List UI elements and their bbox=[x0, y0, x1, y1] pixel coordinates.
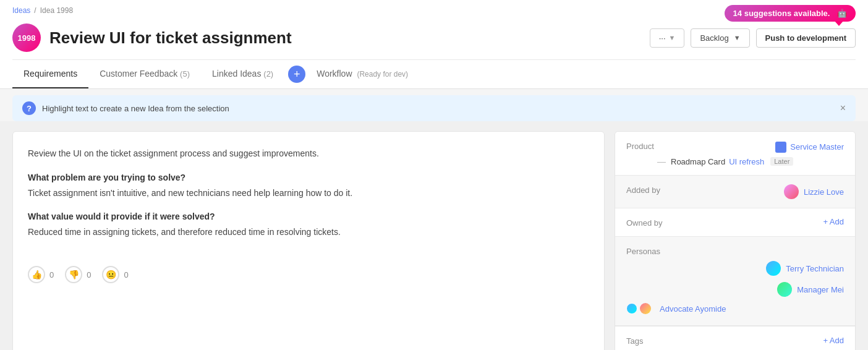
product-section: Product Service Master — Roadmap Card UI… bbox=[615, 132, 855, 176]
vote-neutral-count: 0 bbox=[124, 270, 128, 280]
thumbs-down-icon: 👎 bbox=[65, 266, 82, 283]
idea-description: Review the UI on the ticket assignment p… bbox=[28, 147, 589, 160]
ayomide-name[interactable]: Advocate Ayomide bbox=[660, 304, 726, 314]
header-right: 14 suggestions available. 🤖 ··· ▼ Backlo… bbox=[650, 28, 856, 48]
status-button[interactable]: ··· ▼ bbox=[650, 28, 685, 48]
vote-up[interactable]: 👍 0 bbox=[28, 266, 54, 283]
tags-section: Tags + Add bbox=[615, 326, 855, 350]
vote-row: 👍 0 👎 0 😐 0 bbox=[28, 256, 589, 283]
tags-add-link[interactable]: + Add bbox=[823, 336, 844, 345]
personas-section: Personas Terry Technician Manager Mei Ad… bbox=[615, 237, 855, 326]
value-text: Reduced time in assigning tickets, and t… bbox=[28, 225, 589, 239]
backlog-chevron-icon: ▼ bbox=[734, 34, 741, 41]
tabs-bar: Requirements Customer Feedback (5) Linke… bbox=[12, 59, 856, 88]
product-label: Product bbox=[626, 140, 676, 151]
lizzie-avatar bbox=[784, 184, 799, 199]
added-by-label: Added by bbox=[626, 184, 676, 195]
customer-feedback-count: (5) bbox=[180, 69, 190, 79]
owned-by-add-link[interactable]: + Add bbox=[823, 217, 844, 226]
robot-icon: 🤖 bbox=[837, 9, 847, 18]
personas-label: Personas bbox=[626, 245, 676, 256]
breadcrumb-current: Idea 1998 bbox=[40, 6, 73, 15]
mei-avatar bbox=[777, 282, 792, 297]
vote-neutral[interactable]: 😐 0 bbox=[102, 266, 128, 283]
personas-list: Terry Technician Manager Mei Advocate Ay… bbox=[626, 261, 844, 317]
added-by-section: Added by Lizzie Love bbox=[615, 176, 855, 208]
neutral-icon: 😐 bbox=[102, 266, 119, 283]
ayomide-avatar1 bbox=[626, 303, 637, 314]
tags-label: Tags bbox=[626, 335, 676, 346]
suggestion-bubble: 14 suggestions available. 🤖 bbox=[725, 5, 856, 22]
add-tab-button[interactable]: + bbox=[288, 66, 305, 83]
owned-by-label: Owned by bbox=[626, 217, 676, 228]
hint-text: Highlight text to create a new Idea from… bbox=[42, 104, 834, 113]
linked-ideas-count: (2) bbox=[263, 69, 273, 79]
hint-bar: ? Highlight text to create a new Idea fr… bbox=[12, 95, 856, 121]
persona-ayomide[interactable]: Advocate Ayomide bbox=[626, 303, 844, 314]
terry-name[interactable]: Terry Technician bbox=[786, 264, 844, 273]
persona-terry[interactable]: Terry Technician bbox=[626, 261, 844, 276]
workflow-status: (Ready for dev) bbox=[357, 70, 408, 79]
owned-by-row: Owned by + Add bbox=[626, 217, 844, 228]
main-card: Review the UI on the ticket assignment p… bbox=[12, 131, 605, 350]
added-by-row: Added by Lizzie Love bbox=[626, 184, 844, 199]
roadmap-row: — Roadmap Card UI refresh Later bbox=[626, 156, 844, 166]
personas-header-row: Personas bbox=[626, 245, 844, 256]
tab-linked-ideas[interactable]: Linked Ideas (2) bbox=[201, 60, 284, 88]
hint-icon: ? bbox=[22, 101, 36, 115]
problem-text: Ticket assignment isn't intuitive, and n… bbox=[28, 186, 589, 200]
idea-title: Review UI for ticket assignment bbox=[49, 28, 292, 48]
owned-by-section: Owned by + Add bbox=[615, 208, 855, 237]
chevron-down-icon: ▼ bbox=[669, 34, 676, 41]
idea-badge: 1998 bbox=[12, 23, 41, 52]
value-title: What value would it provide if it were s… bbox=[28, 211, 589, 221]
header-row: 1998 Review UI for ticket assignment 14 … bbox=[12, 19, 856, 59]
breadcrumb-ideas-link[interactable]: Ideas bbox=[12, 6, 30, 15]
terry-avatar bbox=[766, 261, 781, 276]
push-to-development-button[interactable]: Push to development bbox=[756, 28, 856, 48]
breadcrumb-separator: / bbox=[34, 6, 36, 15]
backlog-button[interactable]: Backlog ▼ bbox=[691, 28, 749, 48]
vote-up-count: 0 bbox=[49, 270, 54, 280]
roadmap-label: Roadmap Card bbox=[671, 157, 725, 166]
product-icon bbox=[775, 142, 786, 153]
tab-customer-feedback[interactable]: Customer Feedback (5) bbox=[88, 60, 201, 88]
product-name-link[interactable]: Service Master bbox=[790, 142, 844, 152]
top-bar: Ideas / Idea 1998 1998 Review UI for tic… bbox=[0, 0, 868, 89]
product-value-container: Service Master bbox=[775, 140, 844, 153]
thumbs-up-icon: 👍 bbox=[28, 266, 45, 283]
hint-close-button[interactable]: × bbox=[840, 103, 846, 114]
sidebar-card: Product Service Master — Roadmap Card UI… bbox=[615, 131, 856, 350]
added-by-value: Lizzie Love bbox=[784, 184, 844, 199]
persona-mei[interactable]: Manager Mei bbox=[626, 282, 844, 297]
sidebar-product-row: Product Service Master bbox=[626, 140, 844, 153]
roadmap-value-link[interactable]: UI refresh bbox=[729, 157, 764, 166]
mei-name[interactable]: Manager Mei bbox=[797, 285, 844, 294]
roadmap-timing-badge: Later bbox=[770, 157, 793, 166]
tab-requirements[interactable]: Requirements bbox=[12, 60, 88, 88]
vote-down[interactable]: 👎 0 bbox=[65, 266, 91, 283]
added-by-name[interactable]: Lizzie Love bbox=[804, 187, 844, 197]
ayomide-avatar2 bbox=[640, 303, 651, 314]
header-left: 1998 Review UI for ticket assignment bbox=[12, 23, 292, 52]
problem-title: What problem are you trying to solve? bbox=[28, 173, 589, 182]
roadmap-dash: — bbox=[657, 156, 666, 166]
tab-workflow[interactable]: Workflow (Ready for dev) bbox=[305, 60, 419, 88]
content-area: Review the UI on the ticket assignment p… bbox=[0, 121, 868, 350]
vote-down-count: 0 bbox=[87, 270, 91, 280]
